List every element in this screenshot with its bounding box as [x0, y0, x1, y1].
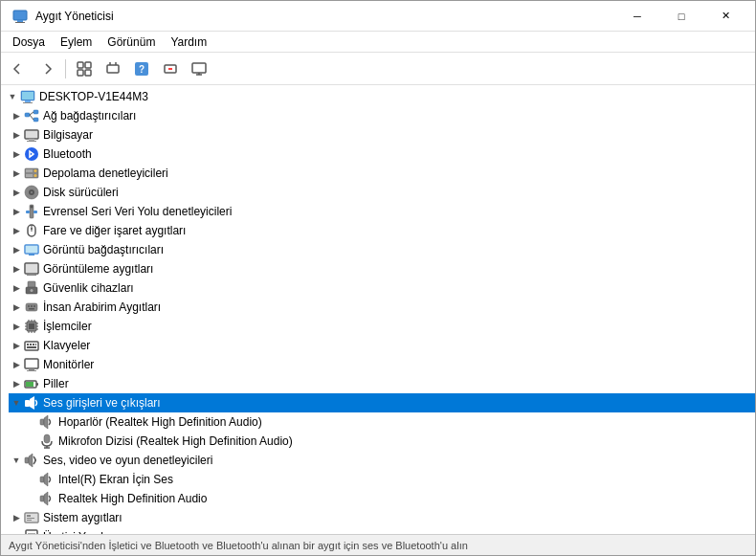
hid-icon	[24, 300, 39, 315]
battery-item[interactable]: Piller	[9, 374, 755, 393]
svg-rect-3	[78, 62, 83, 68]
speaker-item[interactable]: Hoparlör (Realtek High Definition Audio)	[24, 412, 755, 432]
minimize-button[interactable]: ─	[615, 1, 659, 32]
network-item[interactable]: Ağ bağdaştırıcıları	[9, 106, 755, 125]
monitor-expander[interactable]	[9, 357, 24, 372]
computer-item[interactable]: Bilgisayar	[9, 125, 755, 145]
svg-rect-6	[85, 70, 91, 76]
realtek-audio-item[interactable]: Realtek High Definition Audio	[24, 489, 755, 508]
close-button[interactable]: ✕	[703, 1, 747, 32]
audio-io-item[interactable]: Ses girişleri ve çıkışları	[9, 393, 755, 412]
monitor-item[interactable]: Monitörler	[9, 355, 755, 374]
battery-expander[interactable]	[9, 376, 24, 391]
update-driver-button[interactable]	[100, 56, 126, 81]
mic-icon	[39, 434, 55, 449]
intel-audio-expander	[24, 472, 39, 487]
svg-rect-101	[27, 515, 31, 517]
disk-expander[interactable]	[9, 185, 24, 200]
title-bar: Aygıt Yöneticisi ─ □ ✕	[1, 1, 755, 32]
svg-rect-85	[26, 382, 33, 387]
app-icon	[12, 9, 28, 24]
svg-rect-102	[27, 518, 34, 519]
svg-rect-46	[26, 246, 37, 253]
svg-rect-75	[27, 344, 29, 345]
disk-icon	[24, 185, 39, 200]
bluetooth-item[interactable]: Bluetooth	[9, 145, 755, 164]
multimedia-expander[interactable]	[9, 453, 24, 468]
audio-io-expander[interactable]	[9, 395, 24, 411]
svg-rect-50	[29, 274, 34, 275]
display-device-icon	[24, 261, 39, 277]
multimedia-label: Ses, video ve oyun denetleyicileri	[43, 454, 212, 467]
keyboard-icon	[24, 338, 39, 353]
multimedia-item[interactable]: Ses, video ve oyun denetleyicileri	[9, 451, 755, 470]
mic-item[interactable]: Mikrofon Dizisi (Realtek High Definition…	[24, 432, 755, 451]
display-device-item[interactable]: Görüntüleme aygıtları	[9, 259, 755, 278]
remove-device-button[interactable]	[157, 56, 184, 81]
device-tree[interactable]: DESKTOP-V1E44M3 Ağ bağdaştırıcıları	[1, 85, 755, 534]
hid-expander[interactable]	[9, 300, 24, 315]
svg-rect-49	[26, 264, 37, 273]
menu-dosya[interactable]: Dosya	[5, 33, 53, 51]
svg-point-56	[28, 305, 30, 307]
svg-rect-20	[25, 113, 30, 117]
usb-item[interactable]: Evrensel Seri Veri Yolu denetleyicileri	[9, 202, 755, 221]
usb-expander[interactable]	[9, 204, 24, 219]
processor-item[interactable]: İşlemciler	[9, 317, 755, 336]
root-expander[interactable]	[5, 89, 20, 104]
svg-rect-90	[44, 434, 50, 443]
svg-point-32	[34, 169, 37, 172]
system-item[interactable]: Sistem aygıtları	[9, 508, 755, 527]
system-expander[interactable]	[9, 510, 24, 525]
mouse-item[interactable]: Fare ve diğer işaret aygıtları	[9, 221, 755, 240]
keyboard-expander[interactable]	[9, 338, 24, 353]
menu-eylem[interactable]: Eylem	[53, 33, 100, 51]
svg-point-54	[31, 289, 33, 292]
usb-label: Evrensel Seri Veri Yolu denetleyicileri	[43, 205, 232, 218]
menu-gorunum[interactable]: Görünüm	[100, 33, 163, 51]
svg-line-23	[30, 112, 33, 115]
svg-rect-84	[36, 383, 38, 386]
svg-text:?: ?	[139, 64, 145, 75]
disk-item[interactable]: Disk sürücüleri	[9, 183, 755, 202]
bluetooth-expander[interactable]	[9, 146, 24, 162]
svg-rect-79	[27, 346, 36, 348]
maximize-button[interactable]: □	[659, 1, 703, 32]
display-button[interactable]	[186, 56, 212, 81]
display-adapter-expander[interactable]	[9, 242, 24, 257]
processor-expander[interactable]	[9, 319, 24, 334]
svg-rect-86	[25, 400, 30, 407]
window-controls: ─ □ ✕	[615, 1, 747, 32]
network-expander[interactable]	[9, 108, 24, 123]
back-button[interactable]	[5, 56, 32, 81]
mic-expander	[24, 434, 39, 449]
title-bar-left: Aygıt Yöneticisi	[12, 9, 114, 24]
menu-yardim[interactable]: Yardım	[163, 33, 214, 51]
security-item[interactable]: Güvenlik cihazları	[9, 278, 755, 298]
computer-expander[interactable]	[9, 127, 24, 143]
svg-rect-74	[25, 342, 38, 350]
intel-audio-label: Intel(R) Ekran İçin Ses	[58, 473, 173, 486]
intel-audio-item[interactable]: Intel(R) Ekran İçin Ses	[24, 470, 755, 489]
storage-expander[interactable]	[9, 166, 24, 181]
svg-rect-1	[17, 20, 23, 22]
svg-rect-97	[40, 496, 44, 501]
status-text: Aygıt Yöneticisi'nden İşletici ve Blueto…	[9, 540, 468, 551]
mouse-icon	[24, 223, 39, 238]
intel-audio-icon	[39, 472, 55, 487]
help-button[interactable]: ?	[128, 56, 155, 81]
security-expander[interactable]	[9, 280, 24, 296]
display-adapter-item[interactable]: Görüntü bağdaştırıcıları	[9, 240, 755, 259]
mouse-expander[interactable]	[9, 223, 24, 238]
keyboard-item[interactable]: Klavyeler	[9, 336, 755, 355]
display-device-expander[interactable]	[9, 261, 24, 277]
audio-io-icon	[24, 395, 39, 411]
audio-io-label: Ses girişleri ve çıkışları	[43, 396, 161, 410]
firmware-item[interactable]: Üretici Yazılımı	[9, 527, 755, 534]
root-item[interactable]: DESKTOP-V1E44M3	[1, 87, 755, 106]
properties-button[interactable]	[71, 56, 98, 81]
storage-item[interactable]: Depolama denetleyicileri	[9, 164, 755, 183]
battery-label: Piller	[43, 377, 69, 390]
forward-button[interactable]	[33, 56, 60, 81]
hid-item[interactable]: İnsan Arabirim Aygıtları	[9, 298, 755, 317]
